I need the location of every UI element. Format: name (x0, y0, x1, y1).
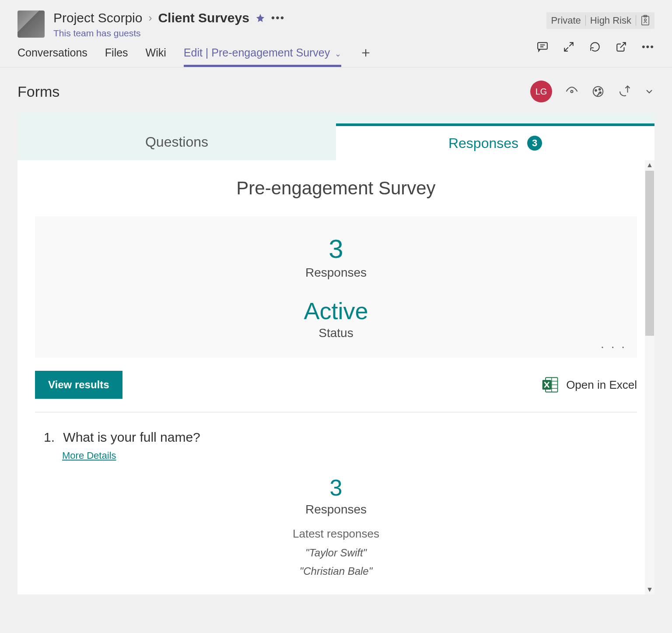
view-results-button[interactable]: View results (35, 371, 122, 399)
app-title: Forms (18, 83, 60, 100)
tag-divider (585, 15, 586, 26)
question-title: 1. What is your full name? (44, 430, 628, 445)
tab-edit-survey[interactable]: Edit | Pre-engagement Survey ⌄ (184, 42, 341, 67)
tab-toolbar: ••• (537, 41, 654, 53)
question-block: 1. What is your full name? More Details … (35, 430, 637, 577)
clipboard-icon[interactable] (640, 15, 650, 26)
tag-highrisk: High Risk (590, 15, 631, 26)
tag-private: Private (551, 15, 581, 26)
breadcrumb-current[interactable]: Client Surveys (158, 11, 249, 25)
tab-more-options-icon[interactable]: ••• (642, 42, 654, 52)
chat-icon[interactable] (537, 41, 548, 53)
tab-responses-label: Responses (448, 135, 518, 151)
stat-response-count: 3 (52, 234, 620, 264)
refresh-icon[interactable] (589, 41, 601, 53)
question-response-label: Responses (44, 503, 628, 517)
expand-icon[interactable] (563, 41, 574, 53)
channel-tabs: Conversations Files Wiki Edit | Pre-enga… (0, 39, 672, 67)
more-details-link[interactable]: More Details (62, 450, 116, 461)
actions-row: View results Open in Excel (35, 371, 637, 412)
share-icon[interactable] (618, 85, 631, 98)
preview-icon[interactable] (565, 85, 578, 98)
svg-point-10 (599, 92, 601, 94)
question-number: 1. (44, 430, 60, 445)
add-tab-button[interactable]: ＋ (359, 43, 373, 67)
excel-icon (541, 375, 560, 394)
breadcrumb-parent[interactable]: Project Scorpio (53, 11, 142, 25)
theme-icon[interactable] (592, 85, 605, 98)
tab-questions[interactable]: Questions (18, 123, 336, 160)
survey-title: Pre-engagement Survey (35, 178, 637, 199)
chevron-right-icon: › (148, 12, 152, 24)
question-text: What is your full name? (63, 430, 200, 444)
tab-files[interactable]: Files (105, 42, 128, 67)
tag-divider (636, 15, 636, 26)
popout-icon[interactable] (616, 41, 627, 53)
svg-point-2 (644, 19, 647, 21)
user-avatar[interactable]: LG (530, 81, 552, 102)
chevron-down-icon[interactable] (644, 86, 654, 97)
svg-point-9 (599, 88, 601, 90)
tab-wiki[interactable]: Wiki (146, 42, 166, 67)
app-actions: LG (530, 81, 654, 102)
open-in-excel-link[interactable]: Open in Excel (541, 375, 637, 394)
channel-header: Project Scorpio › Client Surveys ••• Thi… (0, 0, 672, 39)
stats-more-options-icon[interactable]: . . . (601, 341, 626, 347)
more-options-icon[interactable]: ••• (271, 13, 285, 23)
scroll-down-icon[interactable]: ▼ (646, 585, 653, 594)
scroll-up-icon[interactable]: ▲ (646, 160, 653, 170)
scroll-thumb[interactable] (645, 171, 654, 336)
card-accent (18, 113, 654, 123)
responses-badge: 3 (527, 136, 542, 151)
latest-responses-label: Latest responses (44, 527, 628, 541)
chevron-down-icon[interactable]: ⌄ (333, 49, 341, 58)
form-tabs: Questions Responses 3 (18, 123, 654, 160)
response-item: "Taylor Swift" (44, 547, 628, 559)
open-in-excel-label: Open in Excel (566, 378, 637, 392)
team-avatar[interactable] (18, 11, 45, 38)
stat-status-value: Active (52, 297, 620, 324)
tab-conversations[interactable]: Conversations (18, 42, 88, 67)
response-item: "Christian Bale" (44, 565, 628, 577)
scrollbar[interactable]: ▲ ▼ (645, 160, 654, 594)
channel-tags: Private High Risk (546, 12, 654, 29)
svg-point-8 (595, 90, 597, 91)
stat-status-label: Status (52, 326, 620, 340)
tab-edit-survey-label: Edit | Pre-engagement Survey (184, 46, 330, 59)
content-area: Pre-engagement Survey 3 Responses Active… (18, 160, 654, 594)
stat-response-label: Responses (52, 266, 620, 280)
question-stats: 3 Responses Latest responses "Taylor Swi… (44, 475, 628, 577)
svg-point-6 (571, 91, 573, 93)
tab-responses[interactable]: Responses 3 (336, 123, 654, 160)
survey-card: Questions Responses 3 Pre-engagement Sur… (18, 113, 654, 594)
star-icon[interactable] (256, 13, 265, 23)
stats-box: 3 Responses Active Status . . . (35, 216, 637, 358)
guests-subtitle: This team has guests (53, 28, 654, 39)
app-bar: Forms LG (0, 67, 672, 113)
question-response-count: 3 (44, 475, 628, 501)
svg-rect-3 (538, 42, 547, 49)
